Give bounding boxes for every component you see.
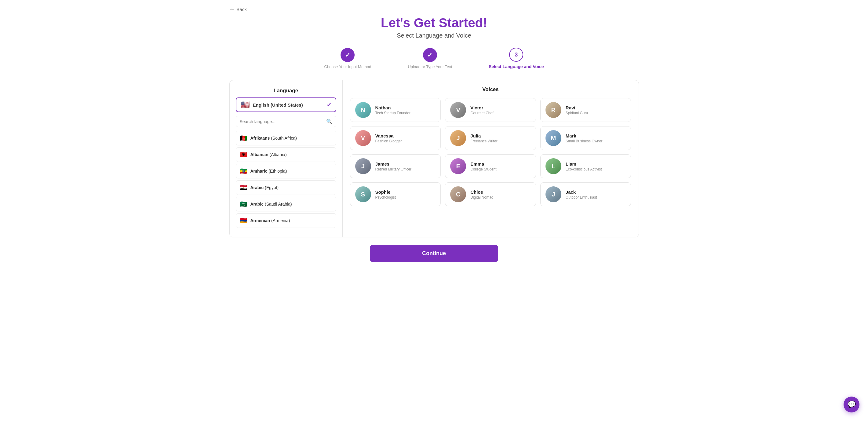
language-panel-title: Language [236,88,336,94]
voice-info: Julia Freelance Writer [470,133,497,143]
voice-info: Ravi Spiritual Guru [566,105,588,115]
voice-info: Victor Gourmet Chef [470,105,493,115]
voice-name: Chloe [470,189,493,194]
selected-lang-region: (United States) [271,102,303,108]
voice-avatar: C [450,186,466,202]
voice-role: Psychologist [375,195,396,200]
language-list-item[interactable]: 🇦🇲 Armenian (Armenia) [236,213,336,228]
selected-language[interactable]: 🇺🇸 English (United States) ✔ [236,97,336,112]
voice-avatar: R [546,102,561,118]
lang-item-label: Afrikaans (South Africa) [250,136,297,141]
voice-card[interactable]: M Mark Small Business Owner [540,126,631,150]
voice-name: Victor [470,105,493,110]
step-3: 3 Select Language and Voice [489,48,544,69]
main-content: Language 🇺🇸 English (United States) ✔ 🔍 … [229,80,639,237]
voice-info: Jack Outdoor Enthusiast [566,189,597,200]
voice-role: Outdoor Enthusiast [566,195,597,200]
voice-avatar-placeholder: C [456,191,460,198]
voice-card[interactable]: V Vanessa Fashion Blogger [350,126,441,150]
voice-avatar-placeholder: E [456,163,460,170]
voice-avatar: J [355,158,371,174]
language-list-item[interactable]: 🇪🇬 Arabic (Egypt) [236,180,336,195]
step-1-label: Choose Your Input Method [324,64,371,69]
step-2-circle: ✓ [423,48,437,62]
voice-card[interactable]: J Julia Freelance Writer [445,126,536,150]
voice-avatar: J [546,186,561,202]
voice-avatar-placeholder: V [361,135,365,142]
voice-card[interactable]: C Chloe Digital Nomad [445,182,536,206]
step-1-circle: ✓ [341,48,354,62]
continue-bar: Continue [229,245,639,262]
voice-name: Emma [470,161,496,167]
voice-name: Liam [566,161,602,167]
voice-info: Liam Eco-conscious Activist [566,161,602,171]
voice-avatar: M [546,130,561,146]
lang-item-label: Arabic (Egypt) [250,185,279,190]
lang-item-label: Armenian (Armenia) [250,218,290,223]
voice-role: Spiritual Guru [566,111,588,115]
voice-card[interactable]: E Emma College Student [445,154,536,178]
voice-avatar-placeholder: J [552,191,555,198]
language-list-item[interactable]: 🇪🇹 Amharic (Ethiopia) [236,164,336,178]
selected-flag: 🇺🇸 [241,101,250,109]
step-3-label: Select Language and Voice [489,64,544,69]
voice-card[interactable]: L Liam Eco-conscious Activist [540,154,631,178]
voice-avatar-placeholder: N [361,107,365,114]
voice-role: Eco-conscious Activist [566,167,602,171]
voice-avatar-placeholder: S [361,191,365,198]
step-connector-2 [452,55,489,55]
voice-info: Nathan Tech Startup Founder [375,105,410,115]
voice-avatar-placeholder: R [551,107,556,114]
language-list: 🇦🇫 Afrikaans (South Africa) 🇦🇱 Albanian … [236,131,336,230]
stepper: ✓ Choose Your Input Method ✓ Upload or T… [229,48,639,69]
voice-info: Emma College Student [470,161,496,171]
step-2-label: Upload or Type Your Text [408,64,452,69]
voice-card[interactable]: N Nathan Tech Startup Founder [350,98,441,122]
voice-avatar-placeholder: M [551,135,556,142]
search-input[interactable] [240,119,324,124]
search-box: 🔍 [236,116,336,127]
lang-item-label: Arabic (Saudi Arabia) [250,202,292,207]
step-2: ✓ Upload or Type Your Text [408,48,452,69]
voice-role: Fashion Blogger [375,139,402,143]
chat-bubble-icon: 💬 [847,400,856,409]
voice-name: Ravi [566,105,588,110]
voice-avatar: N [355,102,371,118]
voice-info: Chloe Digital Nomad [470,189,493,200]
voice-card[interactable]: J Jack Outdoor Enthusiast [540,182,631,206]
voice-card[interactable]: R Ravi Spiritual Guru [540,98,631,122]
page-wrapper: ← Back Let's Get Started! Select Languag… [217,0,651,274]
voices-grid: N Nathan Tech Startup Founder V Victor G… [350,98,631,206]
chat-bubble-button[interactable]: 💬 [843,396,860,413]
lang-flag: 🇪🇹 [240,168,247,175]
voice-role: College Student [470,167,496,171]
voices-grid-scroll: N Nathan Tech Startup Founder V Victor G… [350,98,631,206]
selected-lang-name: English (United States) [253,102,324,108]
voice-name: Sophie [375,189,396,194]
voice-avatar: V [355,130,371,146]
voice-role: Tech Startup Founder [375,111,410,115]
lang-flag: 🇸🇦 [240,201,247,208]
back-arrow-icon: ← [229,6,235,12]
lang-item-label: Amharic (Ethiopia) [250,169,287,174]
voice-card[interactable]: S Sophie Psychologist [350,182,441,206]
voice-card[interactable]: J James Retired Military Officer [350,154,441,178]
voice-avatar-placeholder: J [361,163,365,170]
step-3-circle: 3 [509,48,523,62]
voice-card[interactable]: V Victor Gourmet Chef [445,98,536,122]
continue-button[interactable]: Continue [370,245,498,262]
voice-avatar: E [450,158,466,174]
voices-panel: Voices N Nathan Tech Startup Founder V V… [343,80,639,237]
back-button[interactable]: ← Back [229,6,247,12]
lang-flag: 🇪🇬 [240,184,247,191]
language-list-item[interactable]: 🇦🇫 Afrikaans (South Africa) [236,131,336,145]
language-list-item[interactable]: 🇦🇱 Albanian (Albania) [236,147,336,162]
voice-info: Mark Small Business Owner [566,133,602,143]
lang-flag: 🇦🇱 [240,151,247,158]
voice-avatar-placeholder: L [552,163,555,170]
voice-role: Digital Nomad [470,195,493,200]
voice-role: Gourmet Chef [470,111,493,115]
voice-name: Nathan [375,105,410,110]
voice-avatar: S [355,186,371,202]
language-list-item[interactable]: 🇸🇦 Arabic (Saudi Arabia) [236,197,336,211]
